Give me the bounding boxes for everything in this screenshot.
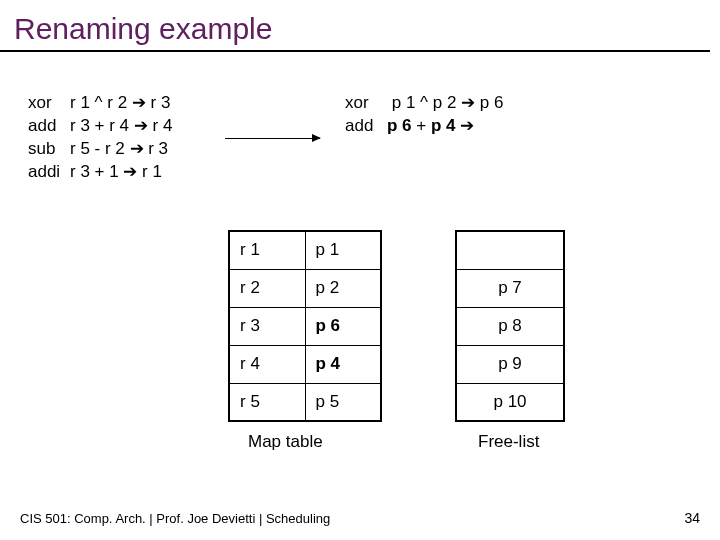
map-phys-reg: p 2 bbox=[305, 269, 381, 307]
free-list-entry: p 9 bbox=[456, 345, 564, 383]
free-list-entry bbox=[456, 231, 564, 269]
map-phys-reg: p 6 bbox=[305, 307, 381, 345]
free-list-table: p 7p 8p 9p 10 bbox=[455, 230, 565, 422]
code-before: xorr 1 ^ r 2 ➔ r 3 addr 3 + r 4 ➔ r 4 su… bbox=[28, 92, 172, 184]
slide-content: xorr 1 ^ r 2 ➔ r 3 addr 3 + r 4 ➔ r 4 su… bbox=[0, 52, 720, 92]
table-row: r 5p 5 bbox=[229, 383, 381, 421]
table-row: r 2p 2 bbox=[229, 269, 381, 307]
rename-arrow-icon bbox=[225, 138, 320, 139]
free-list-entry: p 8 bbox=[456, 307, 564, 345]
map-table-caption: Map table bbox=[248, 432, 323, 452]
map-phys-reg: p 4 bbox=[305, 345, 381, 383]
footer: CIS 501: Comp. Arch. | Prof. Joe Deviett… bbox=[20, 511, 700, 526]
op: xor bbox=[345, 92, 387, 115]
page-number: 34 bbox=[684, 510, 700, 526]
table-row: p 9 bbox=[456, 345, 564, 383]
op: addi bbox=[28, 161, 70, 184]
table-row bbox=[456, 231, 564, 269]
table-row: p 7 bbox=[456, 269, 564, 307]
footer-text: CIS 501: Comp. Arch. | Prof. Joe Deviett… bbox=[20, 511, 330, 526]
free-list-caption: Free-list bbox=[478, 432, 539, 452]
map-arch-reg: r 3 bbox=[229, 307, 305, 345]
instr-post: p 6 bbox=[475, 93, 503, 112]
rhs-renamed: p 4 bbox=[431, 116, 456, 135]
map-table: r 1p 1r 2p 2r 3p 6r 4p 4r 5p 5 bbox=[228, 230, 382, 422]
map-arch-reg: r 2 bbox=[229, 269, 305, 307]
table-row: r 1p 1 bbox=[229, 231, 381, 269]
op: sub bbox=[28, 138, 70, 161]
lhs-renamed: p 6 bbox=[387, 116, 412, 135]
instr: r 3 + 1 ➔ r 1 bbox=[70, 162, 162, 181]
arrow-glyph: ➔ bbox=[461, 93, 475, 112]
table-row: r 4p 4 bbox=[229, 345, 381, 383]
map-arch-reg: r 1 bbox=[229, 231, 305, 269]
table-row: p 10 bbox=[456, 383, 564, 421]
instr: r 3 + r 4 ➔ r 4 bbox=[70, 116, 172, 135]
table-row: p 8 bbox=[456, 307, 564, 345]
code-after: xor p 1 ^ p 2 ➔ p 6 addp 6 + p 4 ➔ bbox=[345, 92, 504, 138]
instr: r 5 - r 2 ➔ r 3 bbox=[70, 139, 168, 158]
map-arch-reg: r 5 bbox=[229, 383, 305, 421]
arrow-glyph: ➔ bbox=[456, 116, 475, 135]
map-arch-reg: r 4 bbox=[229, 345, 305, 383]
map-phys-reg: p 1 bbox=[305, 231, 381, 269]
op: xor bbox=[28, 92, 70, 115]
free-list-entry: p 7 bbox=[456, 269, 564, 307]
table-row: r 3p 6 bbox=[229, 307, 381, 345]
plus: + bbox=[412, 116, 431, 135]
op: add bbox=[28, 115, 70, 138]
op: add bbox=[345, 115, 387, 138]
instr-pre: p 1 ^ p 2 bbox=[387, 93, 461, 112]
free-list-entry: p 10 bbox=[456, 383, 564, 421]
slide-title: Renaming example bbox=[0, 0, 710, 52]
instr: r 1 ^ r 2 ➔ r 3 bbox=[70, 93, 170, 112]
map-phys-reg: p 5 bbox=[305, 383, 381, 421]
